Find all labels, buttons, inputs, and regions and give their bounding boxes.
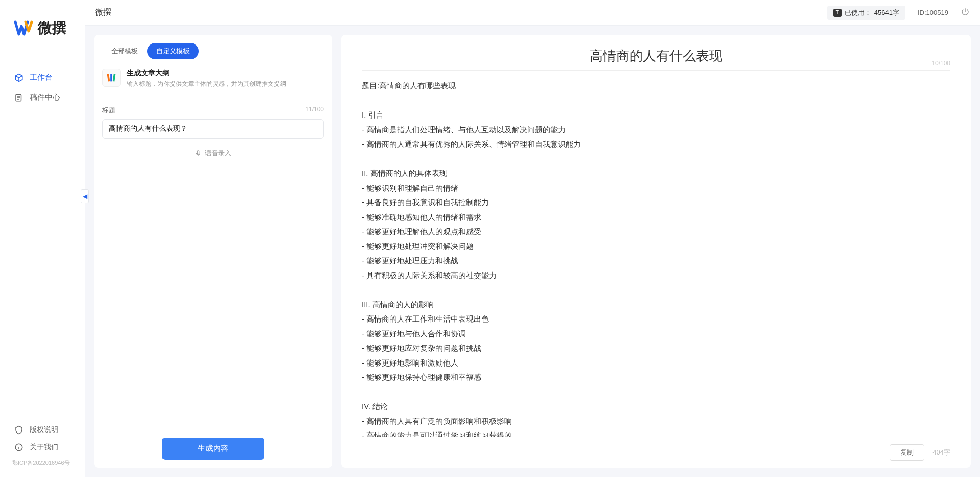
title-input[interactable] bbox=[102, 119, 324, 139]
nav-workbench[interactable]: 工作台 bbox=[0, 67, 85, 87]
sidebar-collapse-handle[interactable]: ◀ bbox=[81, 189, 89, 203]
footer-label: 关于我们 bbox=[30, 443, 58, 452]
usage-prefix: 已使用： bbox=[845, 8, 871, 17]
tab-all-templates[interactable]: 全部模板 bbox=[102, 43, 147, 59]
footer-about[interactable]: 关于我们 bbox=[0, 439, 85, 456]
template-title: 生成文章大纲 bbox=[127, 69, 324, 78]
footer-label: 版权说明 bbox=[30, 425, 58, 435]
icp-text: 鄂ICP备2022016946号 bbox=[0, 456, 85, 470]
cube-icon bbox=[14, 73, 24, 82]
title-label: 标题 bbox=[102, 106, 115, 115]
title-counter: 11/100 bbox=[305, 106, 324, 115]
svg-rect-3 bbox=[110, 74, 112, 82]
sidebar: 微撰 工作台 稿件中心 版权说明 关于我们 鄂ICP备2022016946号 bbox=[0, 0, 85, 477]
nav-label: 稿件中心 bbox=[30, 93, 60, 102]
nav-label: 工作台 bbox=[30, 73, 53, 82]
user-id: ID:100519 bbox=[918, 9, 948, 16]
power-icon bbox=[961, 7, 970, 16]
template-icon bbox=[102, 69, 121, 87]
template-tabs: 全部模板 自定义模板 bbox=[94, 35, 332, 59]
sidebar-footer: 版权说明 关于我们 鄂ICP备2022016946号 bbox=[0, 421, 85, 477]
output-body[interactable]: 题目:高情商的人有哪些表现 I. 引言 - 高情商是指人们处理情绪、与他人互动以… bbox=[341, 71, 971, 437]
app-logo: 微撰 bbox=[0, 0, 85, 47]
chevron-left-icon: ◀ bbox=[83, 193, 87, 200]
usage-badge[interactable]: T 已使用： 45641字 bbox=[827, 6, 905, 20]
topbar: 微撰 T 已使用： 45641字 ID:100519 bbox=[85, 0, 980, 26]
breadcrumb: 微撰 bbox=[95, 7, 111, 18]
svg-rect-5 bbox=[197, 151, 199, 154]
template-card: 生成文章大纲 输入标题，为你提供文章主体的灵感，并为其创建推文提纲 bbox=[94, 59, 332, 96]
generate-button[interactable]: 生成内容 bbox=[162, 438, 264, 460]
word-count: 404字 bbox=[932, 448, 950, 457]
logo-icon bbox=[14, 19, 33, 37]
svg-rect-4 bbox=[113, 74, 116, 81]
svg-rect-2 bbox=[107, 74, 110, 81]
logo-text: 微撰 bbox=[38, 18, 66, 38]
voice-label: 语音录入 bbox=[205, 149, 231, 158]
copy-button[interactable]: 复制 bbox=[890, 444, 924, 461]
footer-copyright[interactable]: 版权说明 bbox=[0, 421, 85, 439]
output-title: 高情商的人有什么表现 bbox=[362, 47, 950, 65]
text-count-icon: T bbox=[833, 9, 842, 17]
shield-icon bbox=[14, 425, 24, 435]
document-icon bbox=[14, 93, 24, 102]
sidebar-nav: 工作台 稿件中心 bbox=[0, 47, 85, 421]
microphone-icon bbox=[195, 150, 202, 157]
nav-drafts[interactable]: 稿件中心 bbox=[0, 87, 85, 107]
power-button[interactable] bbox=[961, 7, 970, 18]
books-icon bbox=[106, 72, 117, 83]
voice-input-button[interactable]: 语音录入 bbox=[102, 139, 324, 168]
output-title-counter: 10/100 bbox=[931, 60, 950, 67]
output-panel: 高情商的人有什么表现 10/100 题目:高情商的人有哪些表现 I. 引言 - … bbox=[341, 35, 971, 468]
tab-custom-templates[interactable]: 自定义模板 bbox=[147, 43, 199, 59]
input-panel: 全部模板 自定义模板 生成文章大纲 输入标题，为你提供文章主体的灵感，并为其创建… bbox=[94, 35, 332, 468]
info-icon bbox=[14, 443, 24, 452]
usage-value: 45641字 bbox=[874, 8, 899, 17]
template-desc: 输入标题，为你提供文章主体的灵感，并为其创建推文提纲 bbox=[127, 80, 324, 88]
